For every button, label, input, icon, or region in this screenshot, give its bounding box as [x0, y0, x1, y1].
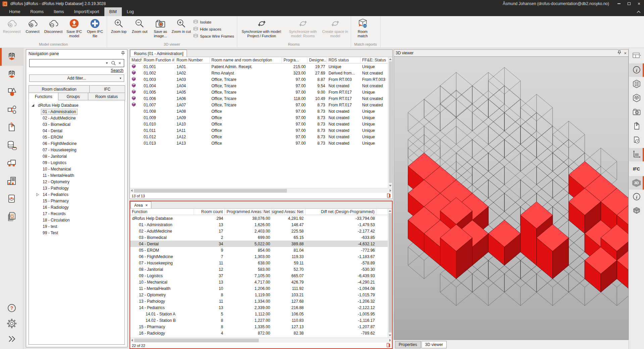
rooms-table-header[interactable]: MatchRoom Function #:Room NumberRoom nam… [130, 57, 392, 63]
area-table-row[interactable]: 13 - Pathology 11 1,334.00 127.68 -1,206… [130, 298, 392, 304]
menu-tab-log[interactable]: Log [122, 7, 139, 16]
nav-tab-functions[interactable]: Functions [29, 93, 58, 100]
column-header-progra[interactable]: Progra... [282, 57, 307, 63]
search-input[interactable] [31, 60, 104, 66]
sidebar-item-database[interactable] [0, 137, 23, 155]
area-table-row[interactable]: 08 - Janitorial 12 583.00 52.70 -530.30 [130, 266, 392, 272]
area-table-row[interactable]: dRofus Help Database 294 38,076.00 4,281… [130, 215, 392, 221]
rooms-table[interactable]: MatchRoom Function #:Room NumberRoom nam… [130, 57, 392, 188]
area-vertical-scrollbar[interactable] [388, 209, 392, 338]
tree-item-01-administration[interactable]: 01 - Administration [29, 108, 125, 115]
pin-icon[interactable] [121, 51, 125, 56]
tree-item-07-housekeeping[interactable]: 07 - Housekeeping [29, 147, 125, 153]
sidebar-item-rooms-alt[interactable] [0, 66, 23, 84]
nav-tab-ifc[interactable]: IFC [89, 85, 125, 93]
tree-expander-open-icon[interactable] [32, 104, 34, 107]
sidebar-item-settings[interactable] [0, 316, 23, 332]
area-table-row[interactable]: 11 - MentalHealth 10 1,206.00 111.92 -1,… [130, 285, 392, 292]
strip-item-camera[interactable] [629, 106, 644, 119]
rooms-table-row[interactable]: 01.011 1A11 Office 97.00 8.73 Not create… [130, 127, 392, 134]
rooms-tab[interactable]: Rooms [01 - Administration] [130, 50, 187, 57]
ribbon-button-isolate[interactable]: Isolate [193, 19, 234, 25]
area-table-row[interactable]: 14.02 - Station B 8 1,227.00 110.83 -1,1… [130, 317, 392, 323]
sidebar-item-rooms[interactable] [0, 48, 23, 66]
area-table-row[interactable]: 16 - Radiology 4 872.00 82.38 -789.62 [130, 330, 392, 336]
search-icon[interactable] [110, 61, 117, 65]
rooms-table-row[interactable]: 01.005 1A05 Office, Tricare 97.00 9.00 F… [130, 89, 392, 95]
strip-item-ifc-label[interactable]: IFC [629, 162, 644, 176]
menu-tab-home[interactable]: Home [4, 7, 25, 16]
area-table-row[interactable]: 14 - Pediatrics 13 2,339.00 216.88 -2,12… [130, 304, 392, 311]
sidebar-item-documents[interactable] [0, 119, 23, 137]
rooms-vertical-scrollbar[interactable] [388, 57, 392, 188]
column-header-designe[interactable]: Designe... [307, 57, 327, 63]
column-header-room-function[interactable]: Room Function #: [142, 57, 175, 63]
tree-item-14-pediatrics[interactable]: 14 - Pediatrics [29, 191, 125, 198]
column-header-ff-e-status[interactable]: FF&E: Status [360, 57, 392, 63]
area-table-row[interactable]: 01 - Administration 13 1,626.00 146.47 -… [130, 221, 392, 228]
area-table-row[interactable]: 14.01 - Station A 5 1,112.00 106.05 -1,0… [130, 311, 392, 317]
strip-item-layout[interactable] [629, 49, 644, 63]
tree-item-19-test[interactable]: 19 - test [29, 223, 125, 230]
search-link[interactable]: Search [111, 68, 123, 73]
area-table-header[interactable]: Function Room count Programmed Areas: Ne… [130, 209, 392, 215]
collapse-ribbon-icon[interactable] [637, 7, 641, 16]
area-table-row[interactable]: 05 - EROM 9 854.00 81.04 -772.96 [130, 247, 392, 253]
sidebar-item-logistics[interactable] [0, 155, 23, 172]
close-tab-icon[interactable]: × [145, 203, 148, 208]
tree-item-02-adultmedicine[interactable]: 02 - AdultMedicine [29, 115, 125, 121]
nav-tab-room-status[interactable]: Room status [88, 93, 125, 100]
area-table-row[interactable]: 04 - Dental 34 5,022.00 389.88 -4,632.12 [130, 241, 392, 247]
area-table-row[interactable]: 10 - Mechanical 13 4,717.00 426.79 -4,29… [130, 279, 392, 285]
area-table-row[interactable]: 02 - AdultMedicine 17 2,403.00 225.58 -2… [130, 228, 392, 234]
column-header-rds-status[interactable]: RDS status [327, 57, 360, 63]
sidebar-item-expand[interactable] [0, 332, 23, 347]
3d-viewport[interactable] [394, 56, 629, 340]
tree-item-06-flightmedicine[interactable]: 06 - FlightMedicine [29, 140, 125, 147]
area-horizontal-scrollbar[interactable] [130, 338, 392, 343]
report-icon[interactable] [387, 193, 391, 198]
maximize-button[interactable] [624, 0, 634, 7]
tree-item-17-records[interactable]: 17 - Records [29, 210, 125, 217]
area-table-row[interactable]: 03 - Biomedical 2 699.00 65.15 -633.85 [130, 234, 392, 241]
ribbon-button-save-as-image[interactable]: Save as image... [150, 17, 171, 39]
close-panel-icon[interactable]: × [624, 51, 627, 56]
ribbon-button-room-match[interactable]: 1:1 Room match [352, 17, 373, 39]
report-icon[interactable] [387, 343, 390, 348]
area-table-row[interactable]: 07 - Housekeeping 11 638.00 59.11 -578.8… [130, 260, 392, 266]
menu-tab-items[interactable]: Items [49, 7, 69, 16]
strip-item-axis[interactable] [629, 148, 644, 161]
rooms-table-row[interactable]: 01.010 1A10 Office 97.00 8.73 Not create… [130, 121, 392, 127]
chevron-down-icon[interactable]: ▼ [104, 61, 110, 65]
rooms-table-row[interactable]: 01.008 1A08 Office 97.00 8.73 Not create… [130, 108, 392, 114]
tree-item-04-dental[interactable]: 04 - Dental [29, 128, 125, 134]
rooms-table-row[interactable]: 01.006 1A06 Office, Tricare 118.00 10.49… [130, 95, 392, 102]
ribbon-button-zoom-out[interactable]: Zoom out [129, 17, 150, 34]
ribbon-button-connect[interactable]: Connect [22, 17, 43, 34]
sidebar-item-systems[interactable] [0, 101, 23, 119]
tree-item-10-mechanical[interactable]: 10 - Mechanical [29, 166, 125, 172]
ribbon-button-zoom-in-cut[interactable]: Zoom in cut [171, 17, 192, 34]
rooms-table-row[interactable]: 01.003 1A03 Office, Tricare 97.00 8.87 F… [130, 76, 392, 83]
strip-item-threed-badge[interactable]: 3D [629, 176, 644, 190]
area-table[interactable]: Function Room count Programmed Areas: Ne… [130, 209, 392, 338]
strip-item-info-2[interactable]: i [629, 190, 644, 204]
column-header-room-number[interactable]: Room Number [175, 57, 210, 63]
column-header-room-count[interactable]: Room count [194, 209, 225, 215]
rooms-table-row[interactable]: 01.009 1A09 Office 97.00 8.73 Not create… [130, 114, 392, 121]
menu-tab-bim[interactable]: BIM [104, 7, 122, 16]
tree-item-08-janitorial[interactable]: 08 - Janitorial [29, 153, 125, 159]
tree-expander-closed-icon[interactable] [36, 193, 39, 196]
strip-item-info[interactable]: i [629, 63, 644, 77]
area-table-row[interactable]: 12 - Optometry 8 1,119.00 103.21 -1,015.… [130, 292, 392, 298]
ribbon-button-zoom-top[interactable]: Zoom top [108, 17, 129, 34]
tree-item-16-radiology[interactable]: 16 - Radiology [29, 204, 125, 210]
column-header-designed-areas-net[interactable]: Designed Areas: Net [272, 209, 305, 215]
area-tab[interactable]: Area × [131, 201, 151, 208]
ribbon-button-synchronize-with-model-project-function[interactable]: Synchronize with model: Project / Functi… [239, 17, 285, 39]
sidebar-item-items[interactable] [0, 84, 23, 101]
tree-item-11-mentalhealth[interactable]: 11 - MentalHealth [29, 172, 125, 179]
rooms-table-row[interactable]: 01.002 1A02 Rmo Analyst 323.00 27.69 Der… [130, 70, 392, 76]
clear-search-icon[interactable]: × [117, 60, 122, 66]
sidebar-item-reports[interactable] [0, 208, 23, 226]
